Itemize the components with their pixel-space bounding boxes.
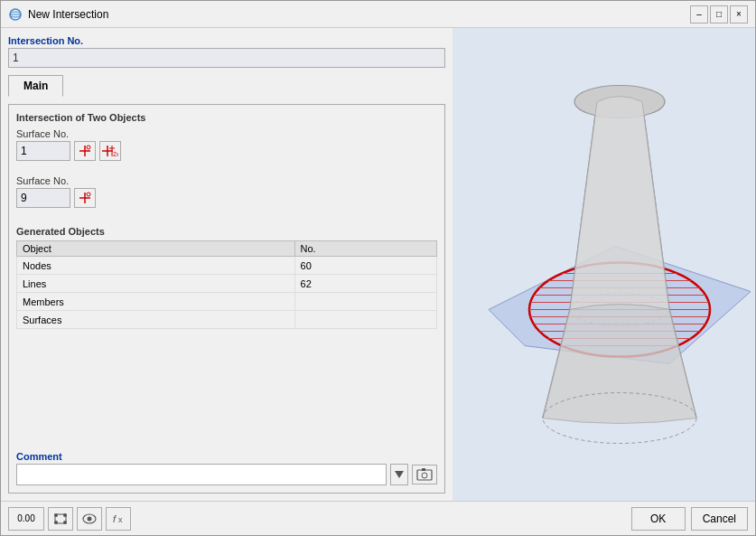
pick-icon-1 xyxy=(78,145,92,157)
app-icon xyxy=(8,7,23,22)
pick-multi-icon-1: 2x xyxy=(102,145,118,157)
pick-node-button[interactable] xyxy=(48,507,73,531)
row-surfaces-label: Surfaces xyxy=(17,311,295,329)
comment-row xyxy=(16,464,437,485)
content-area: Intersection No. Main Intersection of Tw… xyxy=(1,28,755,501)
tab-content: Intersection of Two Objects Surface No. xyxy=(8,104,445,494)
bottom-left-controls: 0.00 f x xyxy=(8,507,131,531)
svg-text:2x: 2x xyxy=(113,151,118,157)
svg-text:x: x xyxy=(118,515,123,524)
comment-section: Comment xyxy=(16,451,437,485)
comment-input[interactable] xyxy=(16,464,387,485)
generated-title: Generated Objects xyxy=(16,226,437,237)
surface2-pick-button[interactable] xyxy=(74,188,96,208)
row-lines-value: 62 xyxy=(294,275,436,293)
col-no: No. xyxy=(294,241,436,257)
svg-point-16 xyxy=(422,473,427,478)
svg-marker-14 xyxy=(395,471,404,478)
chevron-down-icon xyxy=(395,471,404,478)
pick-icon-2 xyxy=(78,192,92,204)
generated-section: Generated Objects Object No. Nodes 60 xyxy=(16,226,437,444)
tab-bar: Main xyxy=(8,75,445,97)
comment-dropdown-button[interactable] xyxy=(390,464,408,485)
eye-icon xyxy=(81,512,98,526)
row-nodes-label: Nodes xyxy=(17,257,295,275)
row-nodes-value: 60 xyxy=(294,257,436,275)
view-button[interactable] xyxy=(77,507,102,531)
title-bar: New Intersection – □ × xyxy=(1,1,755,28)
surface1-group: Surface No. xyxy=(16,128,437,168)
table-row: Surfaces xyxy=(17,311,437,329)
main-window: New Intersection – □ × Intersection No. … xyxy=(0,0,756,536)
table-row: Members xyxy=(17,293,437,311)
ok-button[interactable]: OK xyxy=(631,507,686,531)
intersection-no-input[interactable] xyxy=(8,48,445,68)
surface1-pick-button[interactable] xyxy=(74,141,96,161)
cone-svg xyxy=(453,28,755,501)
formula-icon: f x xyxy=(110,512,126,526)
surface1-input[interactable] xyxy=(16,141,70,161)
intersection-no-label: Intersection No. xyxy=(8,35,445,46)
surface2-group: Surface No. xyxy=(16,175,437,215)
main-tab[interactable]: Main xyxy=(8,75,63,97)
cancel-button[interactable]: Cancel xyxy=(691,507,748,531)
maximize-button[interactable]: □ xyxy=(710,5,728,24)
svg-text:f: f xyxy=(113,513,117,524)
row-members-value xyxy=(294,293,436,311)
minimize-button[interactable]: – xyxy=(690,5,708,24)
comment-label: Comment xyxy=(16,451,437,462)
surface1-label: Surface No. xyxy=(16,128,437,139)
table-row: Nodes 60 xyxy=(17,257,437,275)
right-panel xyxy=(453,28,755,501)
row-surfaces-value xyxy=(294,311,436,329)
window-controls: – □ × xyxy=(690,5,748,24)
bottom-bar: 0.00 f x xyxy=(1,501,755,535)
surface1-row: 2x xyxy=(16,141,437,161)
surface1-pick2-button[interactable]: 2x xyxy=(99,141,121,161)
formula-button[interactable]: f x xyxy=(106,507,131,531)
svg-point-5 xyxy=(87,146,90,149)
surface2-row xyxy=(16,188,437,208)
comment-extra-button[interactable] xyxy=(412,465,437,484)
close-button[interactable]: × xyxy=(730,5,748,24)
svg-rect-17 xyxy=(422,468,425,471)
surface2-label: Surface No. xyxy=(16,175,437,186)
row-members-label: Members xyxy=(17,293,295,311)
svg-point-13 xyxy=(87,193,90,196)
viz-area xyxy=(453,28,755,501)
generated-table: Object No. Nodes 60 Lines 62 xyxy=(16,240,437,329)
svg-point-45 xyxy=(88,516,92,521)
bottom-right-controls: OK Cancel xyxy=(631,507,748,531)
node-icon xyxy=(52,512,69,526)
intersection-section-title: Intersection of Two Objects xyxy=(16,112,437,123)
intersection-no-group: Intersection No. xyxy=(8,35,445,68)
col-object: Object xyxy=(17,241,295,257)
window-title: New Intersection xyxy=(28,8,690,21)
left-panel: Intersection No. Main Intersection of Tw… xyxy=(1,28,453,501)
coordinates-button[interactable]: 0.00 xyxy=(8,507,44,531)
row-lines-label: Lines xyxy=(17,275,295,293)
surface2-input[interactable] xyxy=(16,188,70,208)
screenshot-icon xyxy=(416,467,433,482)
table-row: Lines 62 xyxy=(17,275,437,293)
